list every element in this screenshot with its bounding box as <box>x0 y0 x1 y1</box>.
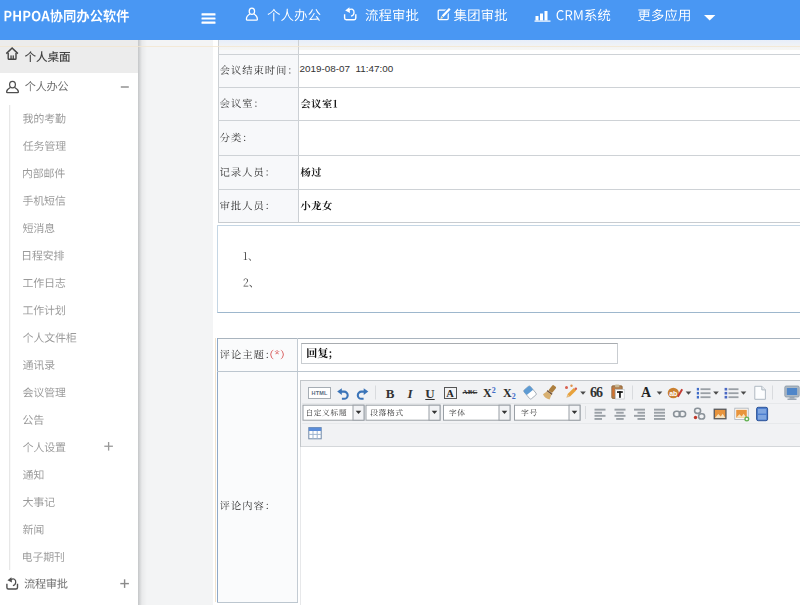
svg-text:ab: ab <box>669 390 677 397</box>
